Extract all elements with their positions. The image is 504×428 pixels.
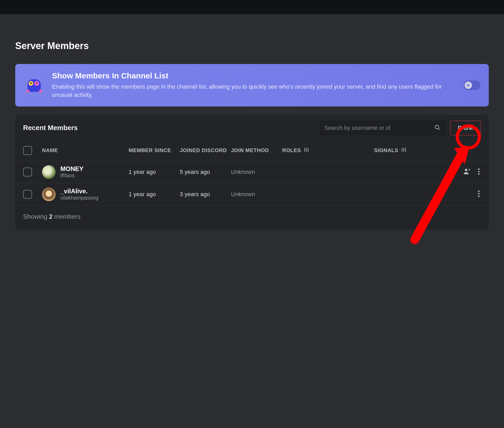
member-username: vilakhampasong	[60, 195, 98, 201]
members-table-header: NAME MEMBER SINCE JOINED DISCORD JOIN ME…	[15, 141, 489, 161]
column-header-signals[interactable]: SIGNALS	[374, 147, 481, 154]
show-members-banner: Show Members In Channel List Enabling th…	[15, 64, 489, 106]
svg-point-10	[405, 150, 406, 151]
member-row[interactable]: MONEY tftfans 1 year ago 5 years ago Unk…	[15, 161, 489, 183]
footer-suffix: members	[52, 213, 81, 220]
join-method-value: Unknown	[231, 169, 282, 175]
prune-button[interactable]: Prune	[450, 121, 481, 135]
column-header-name[interactable]: NAME	[42, 147, 129, 153]
search-icon	[434, 124, 441, 132]
column-header-member-since[interactable]: MEMBER SINCE	[129, 147, 180, 153]
banner-title: Show Members In Channel List	[52, 71, 456, 80]
join-method-value: Unknown	[231, 191, 282, 198]
page-title: Server Members	[15, 40, 489, 51]
column-header-roles[interactable]: ROLES	[282, 147, 374, 154]
member-username: tftfans	[60, 173, 83, 179]
joined-discord-value: 5 years ago	[180, 169, 231, 175]
avatar[interactable]	[42, 165, 56, 179]
show-members-toggle[interactable]	[464, 81, 480, 90]
top-bar	[0, 0, 504, 14]
column-header-roles-label: ROLES	[282, 147, 301, 153]
column-header-signals-label: SIGNALS	[374, 147, 398, 153]
svg-point-20	[478, 195, 480, 197]
member-search[interactable]	[319, 121, 445, 135]
svg-rect-2	[30, 83, 32, 84]
member-row[interactable]: _vilAlive. vilakhampasong 1 year ago 3 y…	[15, 183, 489, 205]
member-since-value: 1 year ago	[129, 169, 180, 175]
svg-point-9	[403, 149, 405, 150]
svg-point-7	[308, 150, 309, 151]
svg-point-5	[304, 150, 305, 151]
panel-title: Recent Members	[23, 124, 319, 132]
members-count-footer: Showing 2 members	[15, 205, 489, 230]
svg-point-13	[478, 168, 480, 170]
svg-point-11	[465, 169, 467, 171]
person-signal-icon	[463, 168, 470, 176]
svg-point-18	[478, 190, 480, 192]
member-search-input[interactable]	[324, 125, 434, 131]
banner-description: Enabling this will show the members page…	[52, 83, 456, 99]
filter-icon	[401, 147, 407, 154]
recent-members-panel: Recent Members Prune NAME MEMBER SINCE J…	[15, 115, 489, 230]
svg-point-8	[402, 150, 403, 151]
svg-rect-3	[36, 83, 38, 84]
member-display-name: MONEY	[60, 165, 83, 173]
member-display-name: _vilAlive.	[60, 188, 98, 195]
svg-point-12	[468, 169, 469, 170]
filter-icon	[303, 147, 309, 154]
column-header-join-method[interactable]: JOIN METHOD	[231, 147, 282, 153]
row-more-button[interactable]	[477, 167, 481, 177]
svg-point-6	[306, 149, 307, 150]
svg-point-15	[478, 173, 480, 175]
svg-point-14	[478, 171, 480, 172]
row-select-checkbox[interactable]	[23, 168, 32, 176]
select-all-checkbox[interactable]	[23, 146, 32, 155]
footer-prefix: Showing	[23, 213, 49, 220]
footer-count: 2	[49, 213, 52, 220]
row-more-button[interactable]	[477, 189, 481, 200]
row-select-checkbox[interactable]	[23, 190, 32, 199]
svg-point-19	[478, 193, 480, 195]
banner-illustration-icon	[24, 76, 45, 94]
column-header-joined-discord[interactable]: JOINED DISCORD	[180, 147, 231, 153]
member-since-value: 1 year ago	[129, 191, 180, 198]
joined-discord-value: 3 years ago	[180, 191, 231, 198]
avatar[interactable]	[42, 188, 56, 201]
